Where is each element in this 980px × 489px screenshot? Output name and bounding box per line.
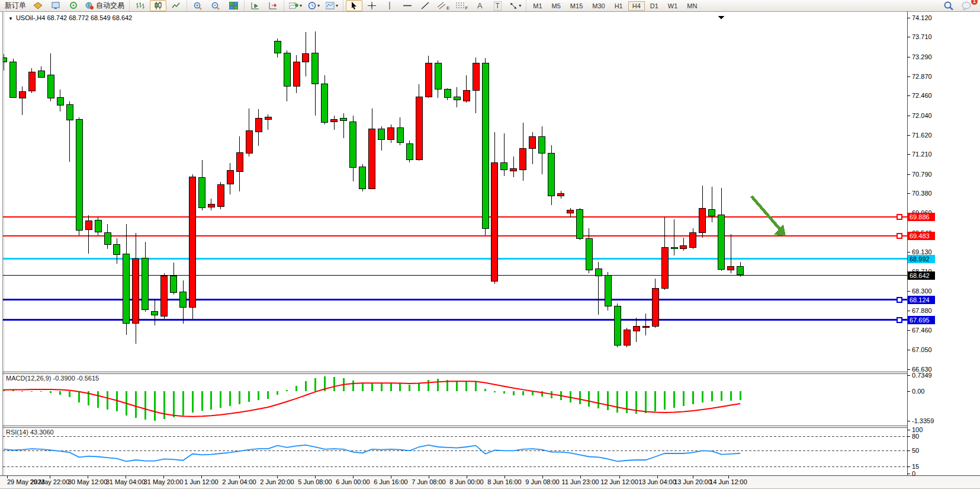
- timeframe-button-M30[interactable]: M30: [588, 1, 609, 11]
- cursor-tool-button[interactable]: [346, 0, 362, 11]
- mt4-window: 新订单 自动交易: [0, 0, 980, 489]
- svg-text:15: 15: [912, 463, 919, 470]
- svg-text:13 Jun 04:00: 13 Jun 04:00: [638, 478, 676, 485]
- svg-text:72.040: 72.040: [912, 112, 932, 119]
- svg-text:11 Jun 23:00: 11 Jun 23:00: [562, 478, 599, 485]
- zoom-out-button[interactable]: [207, 0, 224, 11]
- strategy-tester-icon[interactable]: [65, 0, 82, 11]
- svg-text:71.620: 71.620: [912, 132, 932, 139]
- svg-text:-1.3359: -1.3359: [912, 417, 934, 424]
- template-chart-icon: [326, 2, 335, 9]
- market-watch-icon[interactable]: [30, 0, 46, 11]
- hline-tool-button[interactable]: [399, 0, 416, 11]
- green-ring-icon: [69, 2, 78, 9]
- svg-text:29 May 22:00: 29 May 22:00: [30, 478, 70, 485]
- add-indicator-icon: [289, 2, 298, 9]
- timeframe-button-H4[interactable]: H4: [628, 1, 645, 11]
- timeframe-toolbar: M1M5M15M30H1H4D1W1MN: [526, 0, 703, 11]
- chart-plot[interactable]: 74.12073.71073.29072.87072.46072.04071.6…: [0, 11, 980, 489]
- svg-text:50: 50: [912, 447, 919, 454]
- terminal-icon[interactable]: [47, 0, 64, 11]
- zoom-out-icon: [211, 2, 220, 10]
- vline-tool-button[interactable]: [381, 0, 398, 11]
- svg-text:67.050: 67.050: [912, 346, 932, 353]
- svg-text:72.460: 72.460: [912, 92, 932, 99]
- svg-text:9 Jun 08:00: 9 Jun 08:00: [525, 478, 560, 485]
- tile-windows-button[interactable]: [225, 0, 242, 11]
- channel-tool-label: E: [446, 5, 449, 11]
- svg-text:69.483: 69.483: [910, 232, 930, 239]
- crosshair-icon: [368, 2, 376, 9]
- svg-text:68.992: 68.992: [910, 255, 930, 263]
- search-button[interactable]: [940, 0, 957, 11]
- svg-text:0.00: 0.00: [912, 388, 924, 395]
- svg-text:14 Jun 12:00: 14 Jun 12:00: [709, 478, 747, 485]
- horizontal-line-icon: [403, 2, 412, 9]
- rsi-indicator-label: RSI(14) 43.3060: [6, 429, 54, 436]
- bar-chart-mode-button[interactable]: [132, 0, 149, 11]
- autoscroll-button[interactable]: [247, 0, 264, 11]
- main-toolbar: 新订单 自动交易: [0, 0, 980, 12]
- svg-text:1 Jun 12:00: 1 Jun 12:00: [184, 478, 219, 485]
- channel-tool-button[interactable]: E: [435, 0, 452, 11]
- svg-text:8 Jun 00:00: 8 Jun 00:00: [449, 478, 484, 485]
- svg-text:73.710: 73.710: [912, 33, 932, 40]
- trendline-icon: [421, 2, 429, 9]
- chart-title-text: USOil-,H4 68.742 68.772 68.549 68.642: [16, 14, 132, 21]
- fibonacci-tool-label: F: [465, 5, 468, 11]
- trendline-tool-button[interactable]: [417, 0, 433, 11]
- arrows-tool-icon: [509, 2, 518, 9]
- svg-text:74.120: 74.120: [912, 14, 932, 21]
- timeframe-button-M1[interactable]: M1: [529, 1, 546, 11]
- text-tool-button[interactable]: A: [471, 0, 488, 11]
- line-chart-mode-button[interactable]: [168, 0, 184, 11]
- svg-text:2 Jun 04:00: 2 Jun 04:00: [222, 478, 256, 485]
- tile-windows-icon: [229, 2, 238, 9]
- arrows-tool-button[interactable]: ▾: [507, 0, 523, 11]
- chat-button[interactable]: 1: [958, 0, 975, 11]
- svg-text:71.210: 71.210: [912, 151, 932, 158]
- autotrade-button[interactable]: 自动交易: [83, 0, 127, 11]
- timeframe-button-M15[interactable]: M15: [566, 1, 587, 11]
- periods-button[interactable]: ▾: [306, 0, 322, 11]
- candlestick-icon: [154, 2, 162, 9]
- new-order-button[interactable]: 新订单: [2, 0, 28, 11]
- globe-icon: [85, 2, 94, 9]
- chevron-down-icon: ▾: [519, 3, 521, 8]
- indicators-button[interactable]: ▾: [287, 0, 304, 11]
- equidistant-channel-icon: [437, 2, 446, 9]
- svg-text:0: 0: [912, 470, 915, 477]
- chat-unread-badge: 1: [971, 0, 978, 5]
- svg-text:13 Jun 20:00: 13 Jun 20:00: [674, 478, 712, 485]
- timeframe-button-D1[interactable]: D1: [646, 1, 663, 11]
- svg-text:12 Jun 12:00: 12 Jun 12:00: [600, 478, 638, 485]
- timeframe-button-W1[interactable]: W1: [664, 1, 682, 11]
- label-tool-button[interactable]: T: [489, 0, 506, 11]
- timeframe-button-H1[interactable]: H1: [611, 1, 627, 11]
- candlestick-mode-button[interactable]: [150, 0, 166, 11]
- svg-text:73.290: 73.290: [912, 53, 932, 60]
- chart-shift-icon: [269, 2, 278, 9]
- svg-text:68.300: 68.300: [912, 287, 932, 295]
- crosshair-tool-button[interactable]: [364, 0, 380, 11]
- svg-text:67.880: 67.880: [912, 307, 932, 314]
- fibonacci-tool-button[interactable]: F: [453, 0, 470, 11]
- svg-text:72.870: 72.870: [912, 73, 932, 80]
- svg-text:68.642: 68.642: [910, 272, 930, 279]
- zoom-in-button[interactable]: [189, 0, 206, 11]
- gold-diamond-icon: [34, 2, 43, 9]
- line-chart-icon: [172, 2, 181, 9]
- timeframe-button-MN[interactable]: MN: [683, 1, 701, 11]
- chevron-down-icon: ▼: [8, 16, 13, 21]
- templates-button[interactable]: ▾: [323, 0, 340, 11]
- svg-text:6 Jun 16:00: 6 Jun 16:00: [374, 478, 408, 485]
- cursor-arrow-icon: [351, 2, 358, 9]
- svg-text:70.790: 70.790: [912, 171, 932, 178]
- chart-shift-button[interactable]: [265, 0, 281, 11]
- svg-text:31 May 04:00: 31 May 04:00: [106, 478, 146, 485]
- svg-text:68.124: 68.124: [910, 296, 930, 303]
- svg-text:0.7349: 0.7349: [912, 372, 932, 379]
- zoom-in-icon: [194, 2, 203, 10]
- timeframe-button-M5[interactable]: M5: [548, 1, 565, 11]
- svg-text:67.460: 67.460: [912, 327, 932, 334]
